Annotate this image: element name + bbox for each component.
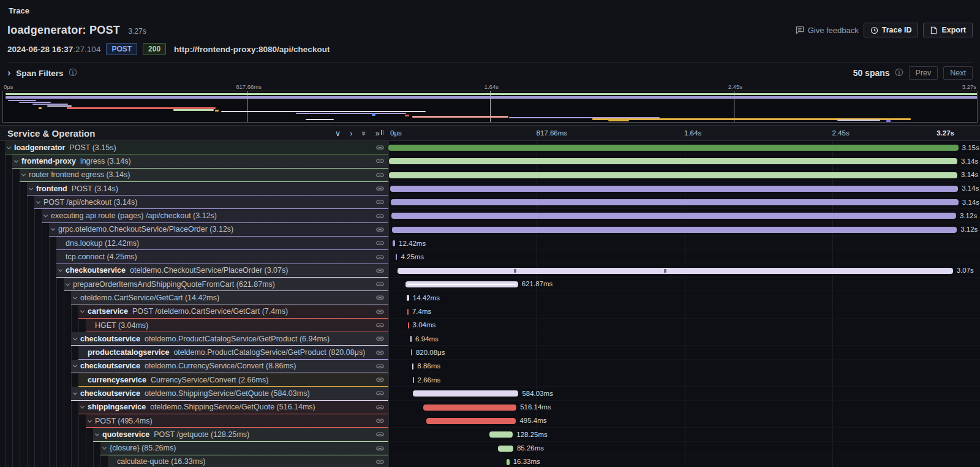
span-timeline-cell[interactable]: 85.26ms bbox=[388, 442, 980, 455]
span-bar[interactable] bbox=[498, 446, 513, 452]
span-row[interactable]: dns.lookup (12.42ms) 12.42ms bbox=[0, 237, 980, 250]
collapse-chevron-icon[interactable] bbox=[36, 199, 40, 203]
collapse-chevron-icon[interactable] bbox=[88, 418, 92, 422]
collapse-chevron-icon[interactable] bbox=[43, 213, 48, 218]
span-bar[interactable] bbox=[412, 363, 414, 370]
collapse-chevron-icon[interactable] bbox=[66, 281, 70, 286]
span-name-cell[interactable]: grpc.oteldemo.CheckoutService/PlaceOrder… bbox=[0, 223, 388, 237]
link-icon[interactable] bbox=[375, 416, 385, 425]
collapse-chevron-icon[interactable] bbox=[80, 309, 85, 313]
span-bar[interactable] bbox=[391, 213, 956, 219]
span-timeline-cell[interactable]: 7.4ms bbox=[388, 305, 980, 319]
span-timeline-cell[interactable]: 3.14s bbox=[388, 154, 980, 168]
link-icon[interactable] bbox=[375, 211, 385, 221]
span-name-cell[interactable]: cartservice POST /oteldemo.CartService/G… bbox=[0, 305, 388, 319]
collapse-chevron-icon[interactable] bbox=[14, 158, 18, 162]
span-bar[interactable] bbox=[411, 349, 412, 355]
span-row[interactable]: oteldemo.CartService/GetCart (14.42ms) 1… bbox=[0, 291, 980, 305]
trace-id-button[interactable]: Trace ID bbox=[864, 23, 919, 37]
span-name-cell[interactable]: router frontend egress (3.14s) bbox=[0, 169, 388, 182]
export-button[interactable]: Export bbox=[923, 23, 973, 37]
span-row[interactable]: frontend-proxy ingress (3.14s) 3.14s bbox=[0, 154, 980, 168]
span-row[interactable]: grpc.oteldemo.CheckoutService/PlaceOrder… bbox=[0, 223, 980, 237]
span-row[interactable]: executing api route (pages) /api/checkou… bbox=[0, 209, 980, 222]
collapse-all-icon[interactable]: » bbox=[360, 131, 368, 135]
span-name-cell[interactable]: checkoutservice oteldemo.ShippingService… bbox=[0, 387, 388, 400]
span-name-cell[interactable]: checkoutservice oteldemo.CurrencyService… bbox=[0, 360, 388, 373]
link-icon[interactable] bbox=[375, 293, 385, 302]
give-feedback-link[interactable]: Give feedback bbox=[796, 26, 859, 35]
link-icon[interactable] bbox=[375, 143, 385, 152]
link-icon[interactable] bbox=[375, 252, 385, 262]
span-row[interactable]: checkoutservice oteldemo.ProductCatalogS… bbox=[0, 332, 980, 346]
span-bar[interactable] bbox=[391, 199, 959, 205]
link-icon[interactable] bbox=[375, 389, 385, 398]
span-bar[interactable] bbox=[389, 172, 957, 178]
span-row[interactable]: POST (495.4ms) 495.4ms bbox=[0, 414, 980, 428]
link-icon[interactable] bbox=[375, 375, 385, 384]
column-resize-handle[interactable] bbox=[380, 130, 385, 137]
span-timeline-cell[interactable]: 4.25ms bbox=[388, 250, 980, 264]
span-name-cell[interactable]: shippingservice oteldemo.ShippingService… bbox=[0, 401, 388, 414]
spans-count-info-icon[interactable]: ⓘ bbox=[895, 67, 903, 78]
span-bar[interactable] bbox=[413, 377, 414, 383]
collapse-chevron-icon[interactable] bbox=[73, 390, 77, 395]
link-icon[interactable] bbox=[375, 334, 385, 343]
link-icon[interactable] bbox=[375, 238, 385, 248]
prev-button[interactable]: Prev bbox=[909, 66, 938, 80]
span-name-cell[interactable]: oteldemo.CartService/GetCart (14.42ms) bbox=[0, 291, 388, 305]
span-name-cell[interactable]: calculate-quote (16.33ms) bbox=[0, 455, 388, 467]
span-timeline-cell[interactable]: 3.14s bbox=[388, 169, 980, 182]
span-name-cell[interactable]: checkoutservice oteldemo.CheckoutService… bbox=[0, 264, 388, 278]
span-timeline-cell[interactable]: 621.87ms bbox=[388, 278, 980, 291]
collapse-chevron-icon[interactable] bbox=[29, 186, 33, 190]
span-name-cell[interactable]: quoteservice POST /getquote (128.25ms) bbox=[0, 428, 388, 441]
span-timeline-cell[interactable]: 12.42ms bbox=[388, 237, 980, 250]
span-name-cell[interactable]: POST (495.4ms) bbox=[0, 414, 388, 428]
span-timeline-cell[interactable]: 14.42ms bbox=[388, 291, 980, 305]
link-icon[interactable] bbox=[375, 321, 385, 330]
span-timeline-cell[interactable]: 516.14ms bbox=[388, 401, 980, 414]
span-timeline-cell[interactable]: 16.33ms bbox=[388, 455, 980, 467]
span-bar[interactable] bbox=[413, 390, 519, 397]
link-icon[interactable] bbox=[375, 225, 385, 234]
collapse-chevron-icon[interactable] bbox=[73, 336, 77, 340]
link-icon[interactable] bbox=[375, 266, 385, 275]
span-row[interactable]: loadgenerator POST (3.15s) 3.15s bbox=[0, 141, 980, 154]
span-bar[interactable] bbox=[423, 404, 516, 411]
link-icon[interactable] bbox=[375, 444, 385, 453]
span-row[interactable]: calculate-quote (16.33ms) 16.33ms bbox=[0, 455, 980, 467]
span-row[interactable]: checkoutservice oteldemo.CurrencyService… bbox=[0, 360, 980, 373]
span-timeline-cell[interactable]: 584.03ms bbox=[388, 387, 980, 400]
span-bar[interactable] bbox=[392, 227, 957, 233]
span-row[interactable]: router frontend egress (3.14s) 3.14s bbox=[0, 169, 980, 182]
link-icon[interactable] bbox=[375, 170, 385, 180]
span-timeline-cell[interactable]: 2.66ms bbox=[388, 373, 980, 387]
link-icon[interactable] bbox=[375, 348, 385, 357]
collapse-chevron-icon[interactable] bbox=[73, 295, 77, 299]
span-bar[interactable] bbox=[489, 431, 513, 438]
span-bar[interactable] bbox=[390, 186, 959, 192]
collapse-chevron-icon[interactable] bbox=[21, 172, 26, 177]
collapse-one-icon[interactable]: ∨ bbox=[335, 129, 341, 137]
span-name-cell[interactable]: dns.lookup (12.42ms) bbox=[0, 237, 388, 250]
span-name-cell[interactable]: executing api route (pages) /api/checkou… bbox=[0, 209, 388, 222]
span-bar[interactable] bbox=[396, 254, 397, 260]
span-bar[interactable] bbox=[405, 281, 518, 287]
next-button[interactable]: Next bbox=[943, 66, 973, 80]
span-row[interactable]: cartservice POST /oteldemo.CartService/G… bbox=[0, 305, 980, 319]
link-icon[interactable] bbox=[375, 156, 385, 165]
span-name-cell[interactable]: POST /api/checkout (3.14s) bbox=[0, 196, 388, 209]
span-name-cell[interactable]: currencyservice CurrencyService/Convert … bbox=[0, 373, 388, 387]
link-icon[interactable] bbox=[375, 307, 385, 316]
span-bar[interactable] bbox=[408, 322, 409, 328]
collapse-chevron-icon[interactable] bbox=[58, 268, 62, 272]
span-bar[interactable] bbox=[388, 145, 959, 151]
span-name-cell[interactable]: productcatalogservice oteldemo.ProductCa… bbox=[0, 346, 388, 359]
span-row[interactable]: quoteservice POST /getquote (128.25ms) 1… bbox=[0, 428, 980, 441]
collapse-chevron-icon[interactable] bbox=[51, 227, 55, 231]
link-icon[interactable] bbox=[375, 362, 385, 371]
span-name-cell[interactable]: {closure} (85.26ms) bbox=[0, 442, 388, 455]
span-timeline-cell[interactable]: 8.86ms bbox=[388, 360, 980, 373]
span-row[interactable]: currencyservice CurrencyService/Convert … bbox=[0, 373, 980, 387]
